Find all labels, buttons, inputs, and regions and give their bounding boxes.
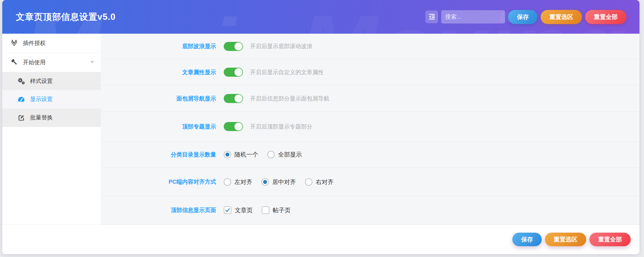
radio-option[interactable]: 左对齐 bbox=[224, 178, 252, 186]
page-title: 文章页顶部信息设置v5.0 bbox=[16, 11, 116, 23]
search-input[interactable] bbox=[441, 10, 505, 23]
gitlab-icon bbox=[10, 39, 20, 47]
cogs-icon bbox=[17, 77, 27, 85]
setting-hint: 开启后显示自定义的文章属性 bbox=[250, 68, 324, 76]
radio-option-label: 右对齐 bbox=[316, 178, 334, 186]
setting-label: 底部波浪显示 bbox=[101, 42, 216, 50]
setting-control: 左对齐居中对齐右对齐 bbox=[224, 178, 343, 186]
sidebar-item-get-started[interactable]: 开始使用 bbox=[2, 53, 101, 72]
settings-panel: 底部波浪显示开启后显示底部滚动波浪文章属性显示开启后显示自定义的文章属性面包屑导… bbox=[101, 34, 639, 224]
setting-hint: 开启后顶部显示专题部分 bbox=[250, 123, 312, 130]
radio-button bbox=[224, 151, 231, 158]
toggle-knob bbox=[234, 95, 242, 102]
toggle-switch[interactable] bbox=[224, 94, 243, 103]
setting-label: 顶部专题显示 bbox=[101, 123, 216, 130]
setting-row: 顶部信息显示页面文章页帖子页 bbox=[101, 196, 639, 224]
setting-row: 顶部专题显示开启后顶部显示专题部分 bbox=[101, 112, 639, 142]
sidebar-item-batch-replace[interactable]: 批量替换 bbox=[2, 108, 101, 127]
sidebar-item-label: 样式设置 bbox=[30, 77, 53, 85]
reset-selection-button-footer[interactable]: 重置选区 bbox=[545, 233, 586, 246]
setting-control: 开启后显示底部滚动波浪 bbox=[224, 42, 312, 51]
radio-option[interactable]: 居中对齐 bbox=[261, 178, 296, 186]
sidebar: 插件授权 开始使用 bbox=[2, 34, 101, 224]
toggle-switch[interactable] bbox=[224, 122, 243, 131]
toggle-switch[interactable] bbox=[224, 42, 243, 51]
sidebar-item-plugin-license[interactable]: 插件授权 bbox=[2, 34, 101, 53]
setting-label: 顶部信息显示页面 bbox=[101, 206, 216, 214]
setting-label: 面包屑导航显示 bbox=[101, 95, 216, 102]
footer: 保存 重置选区 重置全部 bbox=[2, 224, 639, 254]
sidebar-item-label: 显示设置 bbox=[30, 95, 53, 103]
setting-hint: 开启后信息部分显示面包屑导航 bbox=[250, 95, 329, 102]
tachometer-icon bbox=[17, 95, 27, 103]
reset-all-button[interactable]: 重置全部 bbox=[585, 10, 626, 24]
toggle-switch[interactable] bbox=[224, 68, 243, 77]
radio-option-label: 全部显示 bbox=[278, 151, 302, 159]
header-controls: 保存 重置选区 重置全部 bbox=[425, 0, 626, 34]
sidebar-item-style-settings[interactable]: 样式设置 bbox=[2, 72, 101, 90]
radio-option[interactable]: 随机一个 bbox=[224, 151, 258, 159]
setting-label: 文章属性显示 bbox=[101, 68, 216, 76]
checkbox-option[interactable]: 帖子页 bbox=[262, 206, 291, 214]
checkbox bbox=[262, 206, 269, 214]
sidebar-item-label: 批量替换 bbox=[30, 114, 53, 121]
reset-selection-button[interactable]: 重置选区 bbox=[541, 10, 582, 24]
radio-option-label: 随机一个 bbox=[234, 151, 258, 159]
main-area: 插件授权 开始使用 bbox=[2, 34, 639, 224]
radio-option[interactable]: 全部显示 bbox=[267, 151, 302, 159]
checkbox-option-label: 帖子页 bbox=[273, 206, 291, 214]
toggle-knob bbox=[234, 42, 242, 50]
setting-control: 开启后信息部分显示面包屑导航 bbox=[224, 94, 329, 103]
setting-control: 开启后显示自定义的文章属性 bbox=[224, 68, 324, 77]
outdent-icon bbox=[428, 13, 436, 21]
save-button-footer[interactable]: 保存 bbox=[512, 233, 542, 246]
setting-row: 底部波浪显示开启后显示底部滚动波浪 bbox=[101, 34, 639, 59]
save-button[interactable]: 保存 bbox=[508, 10, 538, 24]
checkbox bbox=[224, 206, 231, 214]
chevron-down-icon bbox=[90, 59, 95, 66]
edit-icon bbox=[17, 114, 27, 122]
radio-option[interactable]: 右对齐 bbox=[305, 178, 334, 186]
settings-window: Moxing Moxing 文章页顶部信息设置v5.0 保存 重置选区 重置全部 bbox=[2, 0, 639, 254]
check-icon bbox=[225, 207, 230, 213]
checkbox-option-label: 文章页 bbox=[235, 206, 253, 214]
setting-control: 文章页帖子页 bbox=[224, 206, 300, 214]
setting-label: 分类目录显示数量 bbox=[101, 151, 216, 159]
radio-button bbox=[224, 178, 231, 186]
setting-row: 面包屑导航显示开启后信息部分显示面包屑导航 bbox=[101, 85, 639, 112]
sidebar-item-label: 插件授权 bbox=[23, 39, 46, 47]
toggle-knob bbox=[234, 123, 242, 130]
setting-label: PC端内容对齐方式 bbox=[101, 178, 216, 186]
setting-hint: 开启后显示底部滚动波浪 bbox=[250, 42, 312, 50]
toggle-knob bbox=[234, 68, 242, 76]
radio-option-label: 居中对齐 bbox=[272, 178, 296, 186]
radio-button bbox=[267, 151, 275, 158]
collapse-menu-button[interactable] bbox=[425, 10, 438, 23]
setting-control: 开启后顶部显示专题部分 bbox=[224, 122, 312, 131]
setting-row: 文章属性显示开启后显示自定义的文章属性 bbox=[101, 59, 639, 85]
reset-all-button-footer[interactable]: 重置全部 bbox=[589, 233, 631, 246]
radio-button bbox=[261, 178, 269, 186]
checkbox-option[interactable]: 文章页 bbox=[224, 206, 253, 214]
gavel-icon bbox=[10, 58, 20, 66]
setting-control: 随机一个全部显示 bbox=[224, 151, 311, 159]
sidebar-item-display-settings[interactable]: 显示设置 bbox=[2, 90, 101, 108]
setting-row: 分类目录显示数量随机一个全部显示 bbox=[101, 142, 639, 168]
radio-option-label: 左对齐 bbox=[234, 178, 252, 186]
radio-button bbox=[305, 178, 312, 186]
header: Moxing Moxing 文章页顶部信息设置v5.0 保存 重置选区 重置全部 bbox=[2, 0, 639, 34]
setting-row: PC端内容对齐方式左对齐居中对齐右对齐 bbox=[101, 168, 639, 196]
sidebar-item-label: 开始使用 bbox=[23, 59, 46, 66]
